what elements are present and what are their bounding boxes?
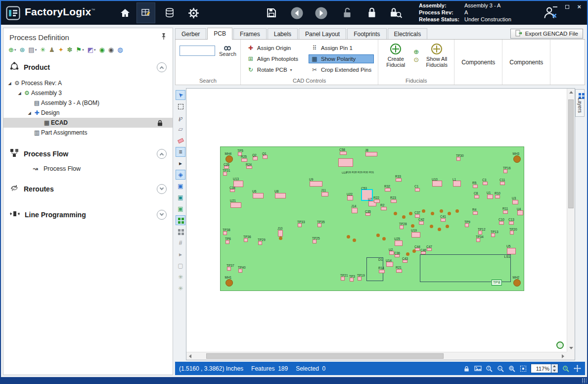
pcb-c26[interactable]: C26 xyxy=(224,166,229,169)
pcb-c37[interactable]: C37 xyxy=(415,214,420,218)
tree-item-assembly-3[interactable]: ◢⚙Assembly 3 xyxy=(3,88,173,98)
pcb-c8[interactable]: C8 xyxy=(474,195,479,198)
show-polarity-button[interactable]: ▦Show Polarity xyxy=(309,54,374,63)
pcb-j10[interactable]: J10 xyxy=(278,230,283,237)
section-process-flow[interactable]: Process Flow xyxy=(3,144,173,164)
pcb-r23[interactable]: R23 xyxy=(391,199,397,203)
pcb-u8[interactable]: U8 xyxy=(275,193,286,198)
measure-tool[interactable]: ◈ xyxy=(176,170,185,180)
pcb-r5[interactable]: R5 xyxy=(473,185,478,188)
lasso-select-tool[interactable]: ℘ xyxy=(176,113,185,123)
lock-search-icon[interactable] xyxy=(390,7,403,21)
start-button[interactable]: ◉ xyxy=(99,46,105,53)
pcb-tp6[interactable]: TP6 xyxy=(226,240,229,244)
pcb-r33[interactable]: R33 xyxy=(396,178,402,182)
pcb-tp3[interactable]: TP3 xyxy=(350,278,354,282)
pcb-u2[interactable]: U2 xyxy=(389,251,394,255)
home-button[interactable] xyxy=(116,2,135,23)
pcb-tp29[interactable]: TP29 xyxy=(258,241,262,245)
pcb-c1[interactable]: C1 xyxy=(415,188,420,192)
pcb-mh4[interactable]: MH4 xyxy=(226,155,233,163)
section-line-programming[interactable]: Line Programming xyxy=(3,205,173,224)
pcb-tp13[interactable]: TP13 xyxy=(491,233,495,237)
tab-labels[interactable]: Labels xyxy=(268,28,298,39)
pcb-u5[interactable]: U5 xyxy=(507,248,516,254)
zoom-level-control[interactable]: 117% xyxy=(531,364,558,373)
collapse-product-button[interactable] xyxy=(157,62,167,72)
horizontal-scroll-thumb[interactable] xyxy=(206,353,444,359)
print-button[interactable]: ▤▾ xyxy=(28,46,37,53)
tab-footprints[interactable]: Footprints xyxy=(347,28,386,39)
pcb-u14[interactable]: U14 xyxy=(386,262,393,267)
create-fiducial-button[interactable]: Create Fiducial xyxy=(382,44,409,68)
save-button[interactable] xyxy=(266,7,277,20)
expander-icon[interactable]: ◢ xyxy=(6,81,13,86)
pcb-tp12[interactable]: TP12 xyxy=(478,231,482,235)
rotate-cw-tool[interactable]: ✳ xyxy=(176,284,185,293)
assign-origin-button[interactable]: ✚Assign Origin xyxy=(245,44,301,52)
flags-button[interactable]: ⚑▾ xyxy=(76,46,84,53)
materials-button[interactable] xyxy=(160,2,179,23)
pcb-tp35[interactable]: TP35 xyxy=(317,223,321,227)
pcb-q2[interactable]: Q2 xyxy=(253,156,258,160)
select-tool[interactable]: ➤ xyxy=(176,90,185,100)
pcb-u19[interactable]: U19 xyxy=(411,232,420,238)
pcb-u4[interactable]: U4 xyxy=(517,210,523,215)
pcb-c44[interactable]: C44 xyxy=(415,248,420,251)
zoom-level-value[interactable]: 117% xyxy=(531,364,551,373)
pcb-u25[interactable]: U25 xyxy=(395,240,403,246)
zoom-selection-icon[interactable]: + xyxy=(562,365,570,373)
layers-tab[interactable]: Layers xyxy=(575,89,585,117)
vertical-scroll-thumb[interactable] xyxy=(568,99,574,208)
pcb-u6[interactable]: U6 xyxy=(253,193,264,198)
idea-button[interactable]: ✦ xyxy=(58,46,64,53)
script-button[interactable]: ✳ xyxy=(40,46,45,53)
tab-pcb[interactable]: PCB xyxy=(207,28,232,40)
pcb-c34[interactable]: C34 xyxy=(230,189,235,192)
publish-button[interactable]: ⊛ xyxy=(19,46,25,53)
pcb-r25[interactable]: R25 xyxy=(241,158,247,162)
pcb-mh3[interactable]: MH3 xyxy=(513,155,521,163)
section-reroutes[interactable]: Reroutes xyxy=(3,179,173,199)
crop-extended-pins-button[interactable]: ✂Crop Extended Pins xyxy=(309,65,374,74)
pcb-canvas[interactable]: MH4MH3MH1MH2TP5TP30TP16TP31R25Q2Q1C26R24… xyxy=(186,88,575,360)
add-button[interactable]: ⊕▾ xyxy=(8,46,16,53)
tree-item-ecad[interactable]: ▦ECAD xyxy=(3,118,173,128)
fit-view-icon[interactable] xyxy=(556,341,564,349)
pcb-tp31[interactable]: TP31 xyxy=(223,172,227,176)
marquee-select-tool[interactable] xyxy=(176,101,185,111)
pcb-ls1[interactable]: LS1 xyxy=(420,254,511,282)
tab-gerber[interactable]: Gerber xyxy=(175,28,206,39)
pcb-tp21[interactable]: TP21 xyxy=(341,277,345,281)
pcb-j14[interactable]: J14 xyxy=(352,208,358,213)
pcb-c35[interactable]: C35 xyxy=(365,213,370,216)
pin-icon[interactable] xyxy=(161,33,167,42)
tree-item-assembly-3-a-bom[interactable]: ▤Assembly 3 - A (BOM) xyxy=(3,98,173,108)
pcb-tp9[interactable]: TP9 xyxy=(465,223,469,227)
grid-lines-tool[interactable]: # xyxy=(176,238,185,248)
pcb-c13[interactable]: C13 xyxy=(509,221,514,225)
pcb-tp25[interactable]: TP25 xyxy=(313,240,317,243)
expand-line-programming-button[interactable] xyxy=(157,210,167,220)
expand-reroutes-button[interactable] xyxy=(157,184,167,194)
pcb-c3[interactable]: C3 xyxy=(483,182,488,185)
zoom-window-icon[interactable] xyxy=(508,365,516,373)
pcb-mh1[interactable]: MH1 xyxy=(226,279,233,287)
fiducial-target-icon[interactable]: ⊙ xyxy=(413,56,419,63)
lock-view-icon[interactable] xyxy=(462,365,470,373)
pcb-tp34[interactable]: TP34 xyxy=(476,238,480,242)
zoom-spinner[interactable] xyxy=(551,364,558,373)
settings-gear-icon[interactable] xyxy=(184,2,203,23)
pcb-u10[interactable]: U10 xyxy=(432,181,442,187)
layer-list-tool[interactable]: ≡ xyxy=(176,147,185,157)
layers-merge-tool[interactable]: ▣ xyxy=(176,204,185,214)
pcb-tp28[interactable]: TP28 xyxy=(400,225,404,229)
eraser-tool[interactable] xyxy=(176,136,185,145)
pcb-u22[interactable]: U22 xyxy=(347,195,353,200)
pcb-u3[interactable]: U3 xyxy=(512,200,518,204)
pcb-tp19[interactable]: TP19 xyxy=(358,277,362,281)
unlock-icon[interactable] xyxy=(342,7,352,21)
fiducial-add-icon[interactable]: ⊕ xyxy=(413,48,419,55)
search-button[interactable]: Search xyxy=(219,46,236,57)
pcb-r32[interactable]: R32 xyxy=(385,188,391,192)
